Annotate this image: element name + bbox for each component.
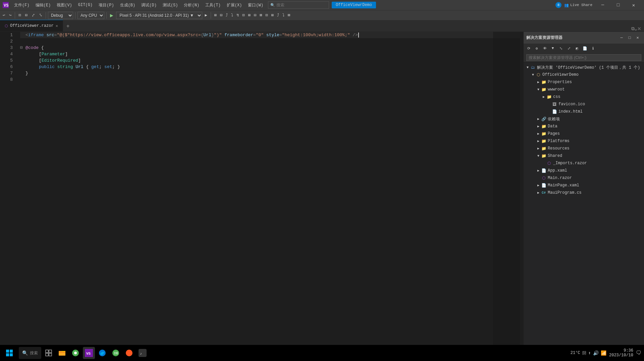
tree-item-indexhtml[interactable]: 📄 index.html	[524, 108, 644, 115]
tray-icon-2[interactable]: 🔊	[593, 350, 599, 356]
run-button[interactable]: ▶	[109, 12, 115, 19]
sol-btn-expand[interactable]: ⤡	[557, 45, 565, 52]
notification-icon[interactable]: 🗨	[636, 350, 641, 356]
tray-icon-3[interactable]: 📶	[601, 350, 606, 356]
menu-project[interactable]: 项目(P)	[96, 1, 117, 9]
undo-button[interactable]: ↩	[1, 12, 6, 18]
toolbar-extra-10[interactable]: ⊡	[264, 12, 269, 18]
solution-search-input[interactable]	[526, 54, 641, 61]
vs-taskbar-icon: VS	[85, 349, 93, 357]
tree-item-deps[interactable]: ▶ 🔗 依赖项	[524, 115, 644, 123]
build-config-select[interactable]: Debug Release	[48, 12, 73, 19]
toolbar-extra-4[interactable]: ⤵	[230, 12, 234, 18]
tree-item-resources[interactable]: ▶ 📁 Resources	[524, 145, 644, 152]
menu-window[interactable]: 窗口(W)	[245, 1, 266, 9]
toolbar-extra-13[interactable]: ⤵	[281, 12, 286, 18]
taskbar-app8[interactable]	[123, 347, 135, 359]
sol-btn-settings[interactable]: ⚙	[533, 45, 540, 52]
tree-item-data[interactable]: ▶ 📁 Data	[524, 123, 644, 130]
menu-edit[interactable]: 编辑(E)	[33, 1, 54, 9]
menu-file[interactable]: 文件(F)	[11, 1, 32, 9]
toolbar-extra-2[interactable]: ⊟	[219, 12, 224, 18]
menu-extensions[interactable]: 扩展(X)	[224, 1, 245, 9]
minimize-button[interactable]: ─	[595, 0, 610, 10]
tree-item-solution[interactable]: ▼ 🗂 解决方案 'OfficeViewrDemo' (1 个项目，共 1 个)	[524, 64, 644, 71]
sol-btn-new-file[interactable]: 📄	[581, 45, 589, 52]
git-notification-badge[interactable]: 8	[555, 2, 561, 8]
live-share-button[interactable]: 👥 Live Share	[564, 3, 592, 7]
menu-analyze[interactable]: 分析(N)	[181, 1, 202, 9]
tab-add-button[interactable]: +	[63, 21, 73, 32]
tree-item-mauiprogram[interactable]: ▶ C# MauiProgram.cs	[524, 189, 644, 196]
toolbar-btn-3[interactable]: ⤤	[30, 12, 36, 18]
panel-maximize-btn[interactable]: □	[626, 34, 633, 42]
close-button[interactable]: ✕	[626, 0, 641, 10]
maximize-button[interactable]: □	[610, 0, 626, 10]
tree-item-favicon[interactable]: 🖼 favicon.ico	[524, 101, 644, 108]
toolbar-extra-8[interactable]: ⊟	[253, 12, 258, 18]
redo-button[interactable]: ↪	[8, 12, 13, 18]
platform-select[interactable]: Any CPU	[77, 12, 104, 19]
sol-btn-props[interactable]: ℹ	[589, 45, 597, 52]
tree-item-pages[interactable]: ▶ 📁 Pages	[524, 130, 644, 137]
toolbar-extra-11[interactable]: ⊞	[270, 12, 275, 18]
editor-vertical-scrollbar[interactable]	[520, 32, 523, 345]
tree-item-project[interactable]: ▼ ⬡ OfficeViewrDemo	[524, 71, 644, 78]
tray-icon-1[interactable]: ⬆	[588, 350, 591, 356]
tree-item-platforms[interactable]: ▶ 📁 Platforms	[524, 137, 644, 145]
sol-btn-preview[interactable]: 👁	[541, 45, 548, 52]
toolbar-extra-12[interactable]: ⤴	[276, 12, 280, 18]
toolbar-extra-6[interactable]: ⊡	[241, 12, 246, 18]
menu-build[interactable]: 生成(B)	[117, 1, 138, 9]
menu-test[interactable]: 测试(S)	[160, 1, 181, 9]
toolbar-extra-7[interactable]: ⊞	[247, 12, 252, 18]
taskbar-search[interactable]: 🔍 搜索	[19, 347, 41, 359]
menu-debug[interactable]: 调试(D)	[139, 1, 159, 9]
device-select[interactable]: Pixel 5 · API 31 (Android 12.0 · API 31)…	[116, 12, 202, 19]
close-all-tabs-icon[interactable]: ⤬	[637, 26, 641, 32]
toolbar-btn-4[interactable]: ⤥	[38, 12, 44, 18]
toolbar-extra-9[interactable]: ⊠	[258, 12, 263, 18]
sol-btn-collapse[interactable]: ⤢	[565, 45, 573, 52]
sol-btn-sync[interactable]: ⟳	[525, 45, 532, 52]
menu-view[interactable]: 视图(V)	[54, 1, 75, 9]
toolbar-extra-3[interactable]: ⤴	[224, 12, 229, 18]
code-editor[interactable]: <iframe src="@($"https://view.officeapps…	[20, 32, 523, 345]
tree-item-properties[interactable]: ▶ 📁 Properties	[524, 78, 644, 86]
taskbar-edge[interactable]	[96, 347, 108, 359]
taskbar-app9[interactable]: ♪	[137, 347, 149, 359]
toolbar-extra-1[interactable]: ⊞	[213, 12, 218, 18]
tab-officeviewer-razor[interactable]: ⬡ OfficeViewer.razor ✕	[0, 20, 63, 32]
toolbar-btn-2[interactable]: ⊟	[24, 12, 29, 18]
tree-item-appxaml[interactable]: ▶ 📄 App.xaml	[524, 167, 644, 174]
taskbar-taskview[interactable]	[43, 347, 55, 359]
toolbar-btn-1[interactable]: ⊡	[17, 12, 22, 18]
tab-close-button[interactable]: ✕	[56, 23, 58, 28]
tree-item-mainpagexaml[interactable]: ▶ 📄 MainPage.xaml	[524, 182, 644, 189]
start-button[interactable]	[3, 346, 16, 360]
menu-git[interactable]: GIT(G)	[75, 1, 95, 9]
taskbar-app7[interactable]: DB	[110, 347, 122, 359]
tree-item-wwwroot[interactable]: ▼ 📁 wwwroot	[524, 86, 644, 93]
panel-close-btn[interactable]: ✕	[634, 34, 641, 42]
tree-item-imports[interactable]: ⬡ _Imports.razor	[524, 160, 644, 167]
taskbar-vs[interactable]: VS	[83, 347, 95, 359]
panel-toggle-btn[interactable]: —	[618, 34, 625, 42]
global-search-input[interactable]	[276, 3, 327, 7]
toolbar-extra-14[interactable]: ⊠	[286, 12, 291, 18]
fold-icon-3[interactable]: ⊟	[20, 45, 24, 51]
tree-item-mainrazor[interactable]: ⬡ Main.razor	[524, 174, 644, 182]
taskbar-explorer[interactable]	[56, 347, 68, 359]
run-device-btn[interactable]: ▶	[204, 12, 209, 18]
editor-area[interactable]: 1 2 3 4 5 6 7 8 <iframe src="@($"https:/…	[0, 32, 523, 345]
sol-btn-filter[interactable]: ▼	[549, 45, 556, 52]
toolbar-extra-5[interactable]: ↯	[235, 12, 240, 18]
taskbar-chrome[interactable]	[69, 347, 82, 359]
sol-btn-show-all[interactable]: ◩	[573, 45, 581, 52]
tree-item-shared[interactable]: ▼ 📁 Shared	[524, 152, 644, 160]
tree-item-css[interactable]: ▶ 📁 css	[524, 93, 644, 101]
tab-list-icon[interactable]: ⌄	[635, 26, 637, 32]
taskbar-clock[interactable]: 9:36 2023/10/10	[609, 348, 633, 358]
menu-tools[interactable]: 工具(T)	[203, 1, 223, 9]
split-editor-icon[interactable]: ⧉	[631, 26, 635, 32]
